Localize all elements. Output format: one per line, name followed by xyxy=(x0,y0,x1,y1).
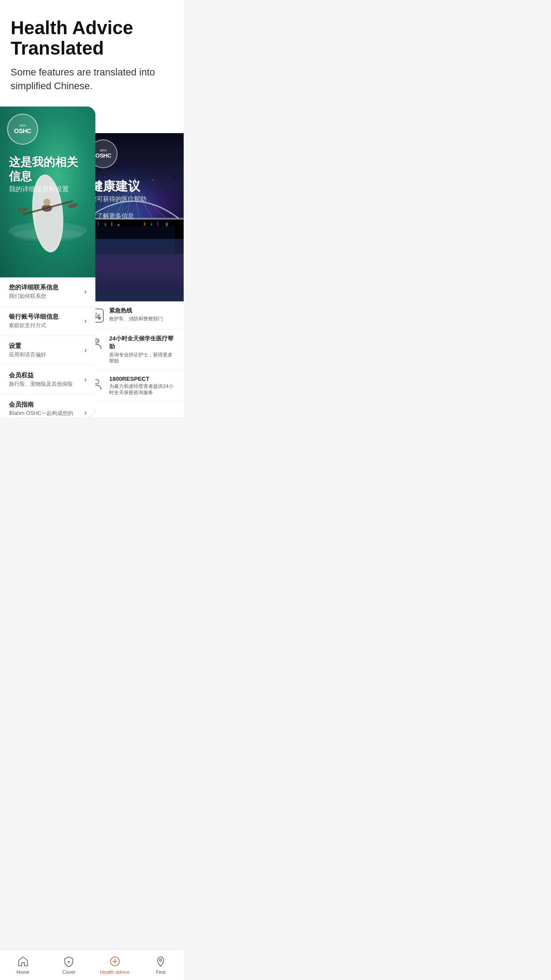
item-subtitle: 索赔款支付方式 xyxy=(9,322,59,329)
right-item-subtitle: 咨询专业持证护士，获得更多帮助 xyxy=(109,352,177,364)
right-hero-content: 健康建议 您可获得的医疗帮助 欲了解更多信息 xyxy=(83,174,184,226)
item-subtitle: 旅行险、宠物险及其他保险 xyxy=(9,380,73,388)
right-item-subtitle: 为暴力和虐待受害者提供24小时全天保密咨询服务 xyxy=(109,383,177,396)
oshc-text-left: OSHC xyxy=(14,127,31,134)
ahm-brand-left: ahm xyxy=(19,123,26,127)
left-oshc-logo: ahm OSHC xyxy=(7,114,38,145)
item-subtitle: 我们如何联系您 xyxy=(9,292,59,300)
right-phone: ahm OSHC 健康建议 您可获得的医疗帮助 欲了解更多信息 xyxy=(83,133,184,417)
item-title: 银行账号详细信息 xyxy=(9,313,59,321)
chevron-right-icon: › xyxy=(84,409,87,417)
page-subtitle: Some features are translated into simpli… xyxy=(11,66,173,93)
right-phone-hero: ahm OSHC 健康建议 您可获得的医疗帮助 欲了解更多信息 xyxy=(83,133,184,296)
chevron-right-icon: › xyxy=(84,288,87,296)
right-item-subtitle: 救护车、消防和警察部门 xyxy=(109,316,163,322)
left-hero-title: 这是我的相关信息 xyxy=(9,155,87,183)
right-item-title: 24小时全天候学生医疗帮助 xyxy=(109,335,177,351)
chevron-right-icon: › xyxy=(84,375,87,383)
left-hero-subtitle: 我的详细信息和设置 xyxy=(9,185,87,194)
header-section: Health Advice Translated Some features a… xyxy=(0,0,184,107)
item-subtitle: 和ahm OSHC一起构成您的OSHC的各项条款和 xyxy=(9,410,84,417)
right-item-title: 1800RESPECT xyxy=(109,375,177,382)
item-subtitle: 应用和语言偏好 xyxy=(9,351,46,359)
chevron-right-icon: › xyxy=(84,346,87,354)
right-phone-list: 🚑 紧急热线 救护车、消防和警察部门 xyxy=(83,301,184,417)
left-phone-list: 您的详细联系信息 我们如何联系您 › 银行账号详细信息 索赔款支付方式 › 设置 xyxy=(0,277,95,417)
left-phone-hero: ahm OSHC 这是我的相关信息 我的详细信息和设置 xyxy=(0,107,95,277)
screens-container: ahm OSHC 这是我的相关信息 我的详细信息和设置 您的详细联系信息 我们如… xyxy=(0,107,184,417)
left-phone: ahm OSHC 这是我的相关信息 我的详细信息和设置 您的详细联系信息 我们如… xyxy=(0,107,95,417)
svg-rect-38 xyxy=(95,340,98,342)
list-item[interactable]: 设置 应用和语言偏好 › xyxy=(0,336,95,365)
svg-point-7 xyxy=(17,206,28,213)
left-hero-content: 这是我的相关信息 我的详细信息和设置 xyxy=(0,148,95,200)
right-list-item[interactable]: 24小时全天候学生医疗帮助 咨询专业持证护士，获得更多帮助 xyxy=(83,329,184,370)
ahm-brand-right: ahm xyxy=(100,148,107,152)
oshc-text-right: OSHC xyxy=(95,152,111,159)
right-hero-subtitle: 您可获得的医疗帮助 xyxy=(91,195,176,203)
item-title: 您的详细联系信息 xyxy=(9,284,59,292)
item-title: 设置 xyxy=(9,342,46,350)
item-title: 会员权益 xyxy=(9,371,73,379)
learn-more-text: 欲了解更多信息 xyxy=(91,212,176,220)
right-hero-title: 健康建议 xyxy=(91,179,176,194)
chevron-right-icon: › xyxy=(84,317,87,325)
list-item[interactable]: 会员指南 和ahm OSHC一起构成您的OSHC的各项条款和 › xyxy=(0,395,95,417)
right-list-item[interactable]: 🚑 紧急热线 救护车、消防和警察部门 xyxy=(83,301,184,329)
list-item[interactable]: 会员权益 旅行险、宠物险及其他保险 › xyxy=(0,365,95,395)
page-title: Health Advice Translated xyxy=(11,18,173,59)
item-title: 会员指南 xyxy=(9,401,84,409)
list-item[interactable]: 银行账号详细信息 索赔款支付方式 › xyxy=(0,307,95,336)
right-item-title: 紧急热线 xyxy=(109,307,163,315)
svg-point-8 xyxy=(67,202,79,209)
list-item[interactable]: 您的详细联系信息 我们如何联系您 › xyxy=(0,277,95,307)
right-list-item[interactable]: 1800RESPECT 为暴力和虐待受害者提供24小时全天保密咨询服务 xyxy=(83,370,184,402)
